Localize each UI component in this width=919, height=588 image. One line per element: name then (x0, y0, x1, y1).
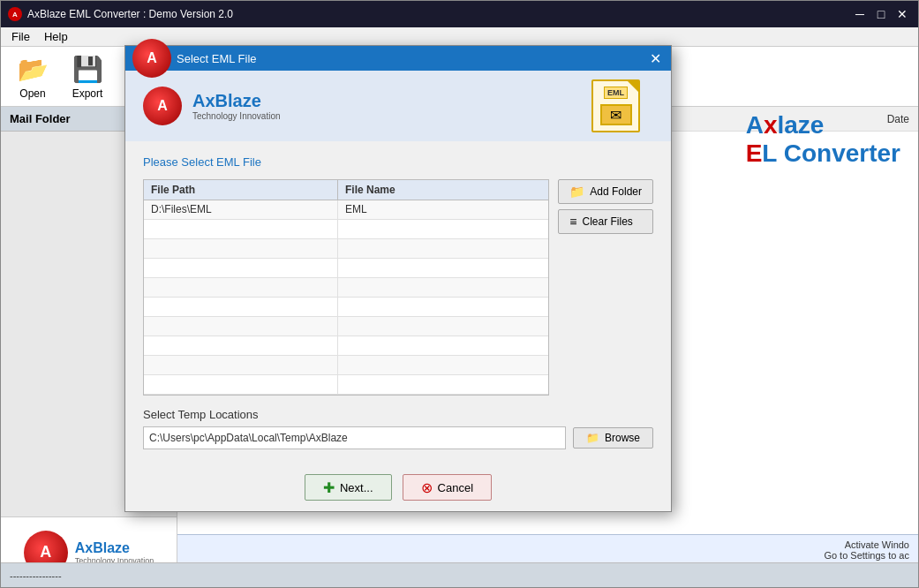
table-row-empty (144, 298, 548, 317)
clear-files-button[interactable]: ≡ Clear Files (558, 209, 653, 234)
logo-text: AxBlaze (75, 540, 154, 556)
next-icon: ✚ (323, 479, 335, 496)
main-window: A AxBlaze EML Converter : Demo Version 2… (0, 0, 919, 588)
status-text: ---------------- (10, 570, 62, 581)
cell-path: D:\Files\EML (144, 200, 338, 219)
window-title: AxBlaze EML Converter : Demo Version 2.0 (27, 8, 233, 20)
open-icon: 📂 (17, 54, 49, 86)
modal-header-logo-icon: A (143, 87, 182, 125)
window-controls: ─ □ ✕ (851, 5, 911, 23)
table-row: D:\Files\EML EML (144, 200, 548, 220)
modal-footer: ✚ Next... ⊗ Cancel (125, 464, 671, 511)
file-table-container: File Path File Name D:\Files\EML EML (143, 179, 653, 396)
app-logo-icon: A (8, 7, 22, 21)
modal-body: Please Select EML File File Path File Na… (125, 141, 671, 464)
table-row-empty (144, 220, 548, 239)
open-button[interactable]: 📂 Open (10, 50, 56, 103)
modal-brand-sub: Technology Innovation (192, 111, 281, 121)
bg-header: Axlaze EL Converter (728, 107, 918, 172)
table-row-empty (144, 375, 548, 395)
menu-help[interactable]: Help (37, 28, 75, 45)
modal-header: A AxBlaze Technology Innovation EML ✉ (125, 71, 671, 141)
eml-envelope-icon: ✉ (600, 104, 632, 125)
browse-icon: 📁 (586, 432, 599, 444)
open-label: Open (19, 87, 45, 100)
file-table-header: File Path File Name (144, 180, 548, 200)
next-button[interactable]: ✚ Next... (305, 474, 392, 501)
table-row-empty (144, 259, 548, 278)
eml-file-icon: EML ✉ (591, 79, 653, 132)
temp-section: Select Temp Locations 📁 Browse (143, 408, 653, 449)
modal-brand-text: AxBlaze (192, 91, 281, 111)
table-row-empty (144, 336, 548, 356)
close-button[interactable]: ✕ (893, 5, 911, 23)
select-eml-dialog: A Select EML File ✕ A AxBlaze Technology… (124, 45, 672, 512)
cell-name: EML (338, 200, 548, 219)
add-folder-icon: 📁 (569, 185, 584, 199)
modal-header-logo: A AxBlaze Technology Innovation (143, 87, 281, 125)
cancel-button[interactable]: ⊗ Cancel (403, 474, 492, 501)
temp-label: Select Temp Locations (143, 408, 653, 421)
temp-row: 📁 Browse (143, 426, 653, 449)
table-actions: 📁 Add Folder ≡ Clear Files (558, 179, 653, 396)
status-bar: ---------------- (1, 562, 918, 587)
export-icon: 💾 (72, 54, 103, 86)
cancel-icon: ⊗ (421, 479, 433, 496)
add-folder-button[interactable]: 📁 Add Folder (558, 179, 653, 204)
modal-title: Select EML File (177, 52, 257, 65)
activate-windows-text: Activate Windo Go to Settings to ac (824, 539, 909, 561)
browse-button[interactable]: 📁 Browse (573, 427, 653, 449)
temp-path-input[interactable] (143, 426, 566, 449)
export-label: Export (72, 87, 103, 100)
modal-close-button[interactable]: ✕ (646, 49, 664, 67)
table-row-empty (144, 317, 548, 336)
menu-file[interactable]: File (4, 28, 37, 45)
eml-file-graphic: EML ✉ (591, 79, 640, 132)
eml-badge: EML (604, 87, 628, 99)
col-path-header: File Path (144, 180, 338, 200)
modal-instruction: Please Select EML File (143, 155, 653, 169)
table-row-empty (144, 356, 548, 375)
col-name-header: File Name (338, 180, 548, 200)
minimize-button[interactable]: ─ (851, 5, 869, 23)
export-button[interactable]: 💾 Export (64, 50, 110, 103)
maximize-button[interactable]: □ (872, 5, 890, 23)
table-row-empty (144, 239, 548, 259)
file-table: File Path File Name D:\Files\EML EML (143, 179, 549, 396)
clear-files-icon: ≡ (569, 215, 576, 229)
title-bar: A AxBlaze EML Converter : Demo Version 2… (1, 1, 918, 27)
table-row-empty (144, 278, 548, 298)
modal-title-bar: A Select EML File ✕ (125, 46, 671, 71)
modal-logo-icon: A (132, 39, 171, 78)
